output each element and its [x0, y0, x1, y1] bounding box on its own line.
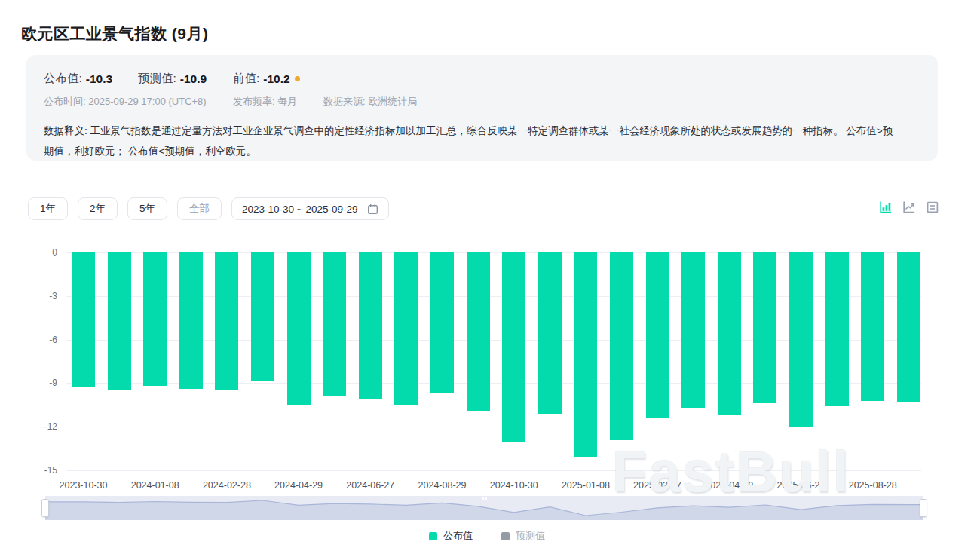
x-axis-tick-label: 2025-02-27	[633, 480, 681, 491]
previous-label: 前值:	[233, 71, 259, 87]
legend-swatch-published	[429, 532, 437, 540]
bar-published-value[interactable]	[394, 252, 418, 405]
x-axis-tick-label: 2024-02-28	[203, 480, 251, 491]
navigator-right-handle[interactable]	[920, 499, 927, 517]
bar-published-value[interactable]	[430, 252, 454, 393]
y-axis-tick-label: -9	[23, 378, 57, 388]
x-axis-tick-label: 2025-01-08	[562, 480, 610, 491]
chart-navigator[interactable]	[45, 496, 923, 520]
summary-meta-row: 公布时间: 2025-09-29 17:00 (UTC+8) 发布频率: 每月 …	[44, 95, 921, 109]
x-axis-tick-label: 2024-01-08	[131, 480, 179, 491]
legend-item-forecast[interactable]: 预测值	[501, 529, 545, 543]
chart-legend: 公布值 预测值	[0, 529, 974, 543]
indicator-summary-box: 公布值: -10.3 预测值: -10.9 前值: -10.2 公布时间: 20…	[26, 55, 938, 161]
data-table-icon[interactable]	[926, 200, 939, 214]
line-chart-icon[interactable]	[902, 200, 916, 214]
range-button-5y[interactable]: 5年	[127, 197, 167, 220]
forecast-value: -10.9	[180, 72, 207, 86]
legend-label-forecast: 预测值	[516, 529, 545, 543]
x-axis-tick-label: 2024-10-30	[490, 480, 538, 491]
range-button-all[interactable]: 全部	[177, 197, 222, 220]
date-range-picker[interactable]: 2023-10-30 ~ 2025-09-29	[231, 197, 389, 220]
y-axis-tick-label: 0	[23, 247, 57, 258]
y-axis-tick-label: -12	[23, 421, 57, 432]
legend-label-published: 公布值	[443, 529, 473, 543]
x-axis-tick-label: 2025-06-27	[777, 480, 825, 491]
forecast-value-item: 预测值: -10.9	[138, 71, 233, 87]
x-axis-tick-label: 2024-06-27	[346, 480, 394, 491]
previous-value: -10.2	[263, 72, 289, 86]
bar-published-value[interactable]	[861, 252, 884, 401]
bar-published-value[interactable]	[502, 252, 525, 442]
published-value-item: 公布值: -10.3	[44, 71, 138, 87]
forecast-label: 预测值:	[138, 71, 176, 87]
legend-item-published[interactable]: 公布值	[429, 529, 473, 543]
published-value: -10.3	[86, 72, 112, 86]
economic-indicator-page: 欧元区工业景气指数 (9月) 公布值: -10.3 预测值: -10.9 前值:…	[0, 0, 974, 560]
bar-published-value[interactable]	[681, 252, 705, 408]
data-source: 数据来源: 欧洲统计局	[323, 95, 417, 109]
bar-published-value[interactable]	[753, 252, 776, 403]
navigator-left-handle[interactable]	[41, 499, 49, 517]
bar-published-value[interactable]	[538, 252, 562, 414]
range-button-1y[interactable]: 1年	[28, 197, 68, 220]
x-axis-tick-label: 2025-04-29	[705, 480, 753, 491]
x-axis-tick-label: 2023-10-30	[60, 480, 108, 491]
bar-published-value[interactable]	[897, 252, 920, 402]
bar-published-value[interactable]	[718, 252, 741, 415]
page-title: 欧元区工业景气指数 (9月)	[21, 23, 209, 44]
bar-published-value[interactable]	[467, 252, 490, 411]
previous-value-item: 前值: -10.2	[233, 71, 300, 87]
publish-frequency: 发布频率: 每月	[233, 95, 323, 109]
legend-swatch-forecast	[501, 532, 510, 540]
publish-time: 公布时间: 2025-09-29 17:00 (UTC+8)	[44, 95, 233, 109]
bar-published-value[interactable]	[215, 252, 238, 390]
chart-toolbar: 1年 2年 5年 全部 2023-10-30 ~ 2025-09-29	[28, 197, 389, 220]
y-axis-tick-label: -3	[23, 291, 57, 301]
previous-status-dot-icon	[295, 76, 300, 81]
gridline	[66, 427, 921, 427]
bar-published-value[interactable]	[359, 252, 382, 399]
range-button-2y[interactable]: 2年	[78, 197, 118, 220]
indicator-chart: FastBull 公布值 预测值 0-3-6-9-12-152023-10-30…	[0, 234, 974, 560]
bar-published-value[interactable]	[108, 252, 131, 390]
bar-published-value[interactable]	[251, 252, 274, 381]
y-axis-tick-label: -15	[23, 465, 57, 476]
watermark: FastBull	[612, 439, 850, 504]
gridline	[66, 470, 921, 471]
bar-published-value[interactable]	[825, 252, 849, 406]
bar-published-value[interactable]	[72, 252, 95, 387]
y-axis-tick-label: -6	[23, 335, 57, 345]
published-label: 公布值:	[44, 71, 82, 87]
summary-values-row: 公布值: -10.3 预测值: -10.9 前值: -10.2	[44, 71, 921, 87]
bar-published-value[interactable]	[610, 252, 633, 440]
x-axis-tick-label: 2024-08-29	[418, 480, 467, 491]
bar-chart-icon[interactable]	[879, 200, 893, 214]
bar-published-value[interactable]	[646, 252, 669, 418]
bar-published-value[interactable]	[323, 252, 346, 396]
x-axis-tick-label: 2025-08-28	[849, 480, 897, 491]
navigator-move-grip[interactable]	[482, 497, 487, 500]
date-range-text: 2023-10-30 ~ 2025-09-29	[242, 203, 358, 215]
bar-published-value[interactable]	[574, 252, 597, 457]
x-axis-tick-label: 2024-04-29	[274, 480, 323, 491]
indicator-description: 数据释义: 工业景气指数是通过定量方法对工业企业景气调查中的定性经济指标加以加工…	[44, 121, 897, 161]
bar-published-value[interactable]	[789, 252, 813, 427]
calendar-icon	[367, 203, 378, 215]
bar-published-value[interactable]	[179, 252, 203, 389]
bar-published-value[interactable]	[287, 252, 311, 405]
chart-type-switcher	[879, 200, 939, 214]
bar-published-value[interactable]	[143, 252, 167, 386]
